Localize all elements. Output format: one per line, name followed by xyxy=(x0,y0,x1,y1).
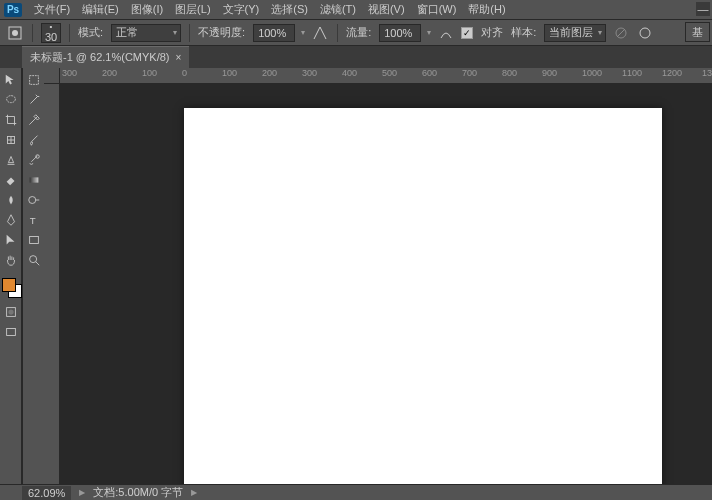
app-logo: Ps xyxy=(4,3,22,17)
ruler-tick: 1200 xyxy=(662,68,682,78)
svg-point-4 xyxy=(640,28,650,38)
ruler-tick: 600 xyxy=(422,68,437,78)
ruler-tick: 0 xyxy=(182,68,187,78)
chevron-right-icon[interactable]: ▶ xyxy=(79,488,85,497)
document-tab-label: 未标题-1 @ 62.1%(CMYK/8) xyxy=(30,50,170,65)
menu-select[interactable]: 选择(S) xyxy=(265,0,314,19)
opacity-input[interactable]: 100% xyxy=(253,24,295,42)
ruler-tick: 200 xyxy=(102,68,117,78)
menu-view[interactable]: 视图(V) xyxy=(362,0,411,19)
pen-tool[interactable] xyxy=(1,210,21,230)
zoom-tool[interactable] xyxy=(24,250,44,270)
menu-bar: Ps 文件(F) 编辑(E) 图像(I) 图层(L) 文字(Y) 选择(S) 滤… xyxy=(0,0,712,20)
dropdown-icon[interactable]: ▾ xyxy=(427,28,431,37)
ruler-tick: 300 xyxy=(302,68,317,78)
mode-select[interactable]: 正常 xyxy=(111,24,181,42)
history-brush-tool[interactable] xyxy=(24,150,44,170)
svg-point-1 xyxy=(12,30,18,36)
options-bar: •30 模式: 正常 不透明度: 100% ▾ 流量: 100% ▾ ✓ 对齐 … xyxy=(0,20,712,46)
status-bar: 62.09% ▶ 文档:5.00M/0 字节 ▶ xyxy=(0,484,712,500)
svg-point-19 xyxy=(29,256,36,263)
svg-rect-14 xyxy=(29,177,38,182)
menu-window[interactable]: 窗口(W) xyxy=(411,0,463,19)
move-tool[interactable] xyxy=(1,70,21,90)
hand-tool[interactable] xyxy=(1,250,21,270)
lasso-tool[interactable] xyxy=(1,90,21,110)
svg-point-5 xyxy=(6,96,15,103)
close-tab-icon[interactable]: × xyxy=(176,52,182,63)
menu-file[interactable]: 文件(F) xyxy=(28,0,76,19)
ruler-tick: 700 xyxy=(462,68,477,78)
magic-wand-tool[interactable] xyxy=(24,90,44,110)
color-swatches[interactable] xyxy=(0,278,21,302)
ruler-tick: 500 xyxy=(382,68,397,78)
align-checkbox[interactable]: ✓ xyxy=(461,27,473,39)
menu-image[interactable]: 图像(I) xyxy=(125,0,169,19)
menu-layer[interactable]: 图层(L) xyxy=(169,0,216,19)
svg-line-20 xyxy=(35,262,39,266)
foreground-color[interactable] xyxy=(2,278,16,292)
document-tab[interactable]: 未标题-1 @ 62.1%(CMYK/8) × xyxy=(22,46,189,68)
menu-type[interactable]: 文字(Y) xyxy=(217,0,266,19)
brush-size-input[interactable]: •30 xyxy=(41,23,61,43)
ignore-adjustment-icon[interactable] xyxy=(612,24,630,42)
brush-tool[interactable] xyxy=(24,130,44,150)
sample-label: 样本: xyxy=(511,25,536,40)
svg-point-10 xyxy=(8,309,13,314)
toolbox-right: T xyxy=(22,68,44,484)
ruler-tick: 900 xyxy=(542,68,557,78)
svg-rect-11 xyxy=(6,329,15,336)
document-info[interactable]: 文档:5.00M/0 字节 xyxy=(93,485,183,500)
dropdown-icon[interactable]: ▾ xyxy=(301,28,305,37)
dodge-tool[interactable] xyxy=(24,190,44,210)
svg-line-3 xyxy=(617,29,625,37)
canvas-area: 300 200 100 0 100 200 300 400 500 600 70… xyxy=(44,68,712,484)
toolbox-left xyxy=(0,68,22,484)
quickmask-tool[interactable] xyxy=(1,302,21,322)
gradient-tool[interactable] xyxy=(24,170,44,190)
screen-mode-tool[interactable] xyxy=(1,322,21,342)
ruler-corner xyxy=(44,68,60,84)
separator xyxy=(189,24,190,42)
align-label: 对齐 xyxy=(481,25,503,40)
horizontal-ruler[interactable]: 300 200 100 0 100 200 300 400 500 600 70… xyxy=(60,68,712,84)
menu-edit[interactable]: 编辑(E) xyxy=(76,0,125,19)
sample-select[interactable]: 当前图层 xyxy=(544,24,606,42)
rectangle-tool[interactable] xyxy=(24,230,44,250)
healing-brush-tool[interactable] xyxy=(1,130,21,150)
eyedropper-tool[interactable] xyxy=(24,110,44,130)
crop-tool[interactable] xyxy=(1,110,21,130)
ruler-tick: 1300 xyxy=(702,68,712,78)
chevron-right-icon[interactable]: ▶ xyxy=(191,488,197,497)
airbrush-icon[interactable] xyxy=(437,24,455,42)
marquee-tool[interactable] xyxy=(24,70,44,90)
svg-rect-12 xyxy=(29,76,38,85)
ruler-tick: 100 xyxy=(142,68,157,78)
ruler-tick: 400 xyxy=(342,68,357,78)
eraser-tool[interactable] xyxy=(1,170,21,190)
separator xyxy=(32,24,33,42)
essentials-button[interactable]: 基 xyxy=(685,22,710,42)
path-selection-tool[interactable] xyxy=(1,230,21,250)
ruler-tick: 1000 xyxy=(582,68,602,78)
flow-input[interactable]: 100% xyxy=(379,24,421,42)
type-tool[interactable]: T xyxy=(24,210,44,230)
pressure-opacity-icon[interactable] xyxy=(311,24,329,42)
document-tab-bar: 未标题-1 @ 62.1%(CMYK/8) × xyxy=(0,46,712,68)
separator xyxy=(337,24,338,42)
workspace: T 300 200 100 0 100 200 300 400 500 600 … xyxy=(0,68,712,484)
ruler-tick: 1100 xyxy=(622,68,642,78)
zoom-level[interactable]: 62.09% xyxy=(22,486,71,500)
ruler-tick: 100 xyxy=(222,68,237,78)
tool-preset-icon[interactable] xyxy=(6,24,24,42)
menu-filter[interactable]: 滤镜(T) xyxy=(314,0,362,19)
pressure-size-icon[interactable] xyxy=(636,24,654,42)
flow-label: 流量: xyxy=(346,25,371,40)
vertical-ruler[interactable] xyxy=(44,84,60,484)
document-canvas[interactable] xyxy=(184,108,662,484)
minimize-button[interactable]: — xyxy=(696,2,710,16)
menu-help[interactable]: 帮助(H) xyxy=(462,0,511,19)
separator xyxy=(69,24,70,42)
blur-tool[interactable] xyxy=(1,190,21,210)
clone-stamp-tool[interactable] xyxy=(1,150,21,170)
